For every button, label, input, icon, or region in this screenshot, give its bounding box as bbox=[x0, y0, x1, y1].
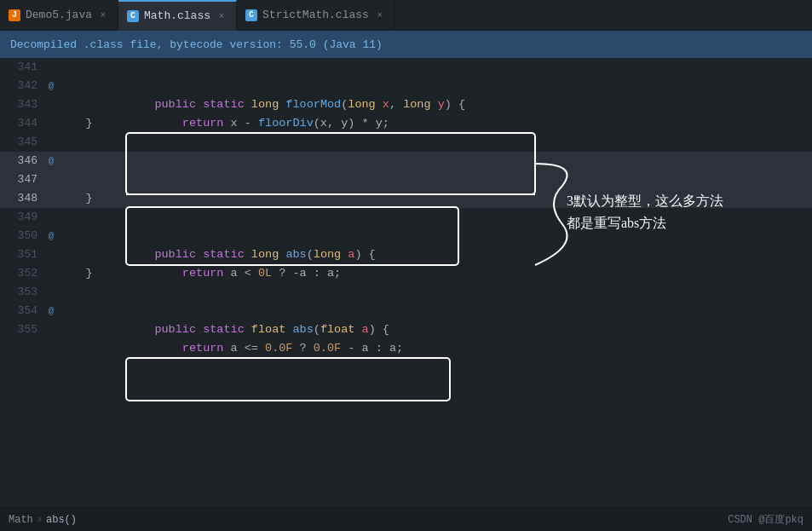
tab-demo5-label: Demo5.java bbox=[26, 9, 92, 21]
tab-strictmath-close[interactable]: × bbox=[374, 9, 386, 21]
code-text-351: return a < 0L ? -a : a; bbox=[58, 245, 341, 264]
code-line-348: 348 } bbox=[0, 189, 812, 208]
line-num-344: 344 bbox=[0, 114, 44, 133]
info-bar-text: Decompiled .class file, bytecode version… bbox=[10, 38, 383, 51]
code-line-349: 349 bbox=[0, 208, 812, 227]
gutter-351 bbox=[44, 245, 58, 264]
breadcrumb-method: abs() bbox=[46, 514, 77, 526]
line-num-345: 345 bbox=[0, 133, 44, 152]
code-text-346: public static int abs(int a) { bbox=[58, 152, 362, 170]
breadcrumb: Math › abs() bbox=[9, 514, 77, 526]
java-icon: J bbox=[9, 9, 20, 21]
code-line-351: 351 return a < 0L ? -a : a; bbox=[0, 245, 812, 264]
code-text-348: } bbox=[58, 189, 93, 208]
code-line-345: 345 bbox=[0, 133, 812, 152]
code-line-347: 347 return a < 0 ? -a : a; bbox=[0, 170, 812, 189]
info-bar: Decompiled .class file, bytecode version… bbox=[0, 31, 812, 58]
code-line-346: 346 @ public static int abs(int a) { bbox=[0, 152, 812, 170]
line-num-353: 353 bbox=[0, 283, 44, 302]
tab-strictmath-label: StrictMath.class bbox=[262, 9, 369, 21]
code-line-344: 344 } bbox=[0, 114, 812, 133]
code-area: 3默认为整型，这么多方法 都是重写abs方法 341 342 @ public … bbox=[0, 58, 812, 507]
class-icon-strict: C bbox=[245, 9, 257, 21]
tab-mathclass-label: Math.class bbox=[144, 9, 210, 22]
gutter-344 bbox=[44, 114, 58, 133]
tab-strictmath[interactable]: C StrictMath.class × bbox=[237, 0, 395, 31]
line-num-347: 347 bbox=[0, 170, 44, 189]
gutter-347 bbox=[44, 170, 58, 189]
code-text-350: public static long abs(long a) { bbox=[58, 227, 376, 245]
code-text-355: return a <= 0.0F ? 0.0F - a : a; bbox=[58, 320, 403, 339]
breadcrumb-separator: › bbox=[37, 514, 43, 526]
tab-mathclass[interactable]: C Math.class × bbox=[118, 0, 237, 31]
gutter-355 bbox=[44, 320, 58, 339]
breadcrumb-root: Math bbox=[9, 514, 33, 526]
gutter-349 bbox=[44, 208, 58, 227]
gutter-354: @ bbox=[44, 302, 58, 320]
code-line-353: 353 bbox=[0, 283, 812, 302]
code-line-342: 342 @ public static long floorMod(long x… bbox=[0, 77, 812, 95]
gutter-342: @ bbox=[44, 77, 58, 95]
code-line-354: 354 @ public static float abs(float a) { bbox=[0, 302, 812, 320]
code-text-343: return x - floorDiv(x, y) * y; bbox=[58, 95, 389, 114]
code-line-355: 355 return a <= 0.0F ? 0.0F - a : a; bbox=[0, 320, 812, 339]
line-num-352: 352 bbox=[0, 264, 44, 283]
gutter-341 bbox=[44, 58, 58, 77]
line-num-341: 341 bbox=[0, 58, 44, 77]
gutter-346: @ bbox=[44, 152, 58, 170]
code-text-354: public static float abs(float a) { bbox=[58, 302, 389, 320]
code-text-344: } bbox=[58, 114, 93, 133]
tab-mathclass-close[interactable]: × bbox=[216, 10, 227, 22]
code-line-350: 350 @ public static long abs(long a) { bbox=[0, 227, 812, 245]
status-bar: Math › abs() CSDN @百度pkq bbox=[0, 507, 812, 531]
gutter-343 bbox=[44, 95, 58, 114]
code-line-341: 341 bbox=[0, 58, 812, 77]
code-text-352: } bbox=[58, 264, 93, 283]
line-num-343: 343 bbox=[0, 95, 44, 114]
line-num-351: 351 bbox=[0, 245, 44, 264]
code-lines: 341 342 @ public static long floorMod(lo… bbox=[0, 58, 812, 507]
code-text-342: public static long floorMod(long x, long… bbox=[58, 77, 465, 95]
tab-demo5[interactable]: J Demo5.java × bbox=[0, 0, 118, 31]
gutter-350: @ bbox=[44, 227, 58, 245]
gutter-345 bbox=[44, 133, 58, 152]
gutter-353 bbox=[44, 283, 58, 302]
code-line-352: 352 } bbox=[0, 264, 812, 283]
status-right-text: CSDN @百度pkq bbox=[728, 512, 803, 527]
editor: 3默认为整型，这么多方法 都是重写abs方法 341 342 @ public … bbox=[0, 58, 812, 507]
line-num-349: 349 bbox=[0, 208, 44, 227]
class-icon-math: C bbox=[127, 10, 139, 22]
line-num-354: 354 bbox=[0, 302, 44, 320]
line-num-342: 342 bbox=[0, 77, 44, 95]
tab-demo5-close[interactable]: × bbox=[97, 9, 109, 21]
code-line-343: 343 return x - floorDiv(x, y) * y; bbox=[0, 95, 812, 114]
line-num-346: 346 bbox=[0, 152, 44, 170]
gutter-352 bbox=[44, 264, 58, 283]
line-num-348: 348 bbox=[0, 189, 44, 208]
gutter-348 bbox=[44, 189, 58, 208]
code-text-347: return a < 0 ? -a : a; bbox=[58, 170, 334, 189]
line-num-355: 355 bbox=[0, 320, 44, 339]
tab-bar: J Demo5.java × C Math.class × C StrictMa… bbox=[0, 0, 812, 31]
line-num-350: 350 bbox=[0, 227, 44, 245]
